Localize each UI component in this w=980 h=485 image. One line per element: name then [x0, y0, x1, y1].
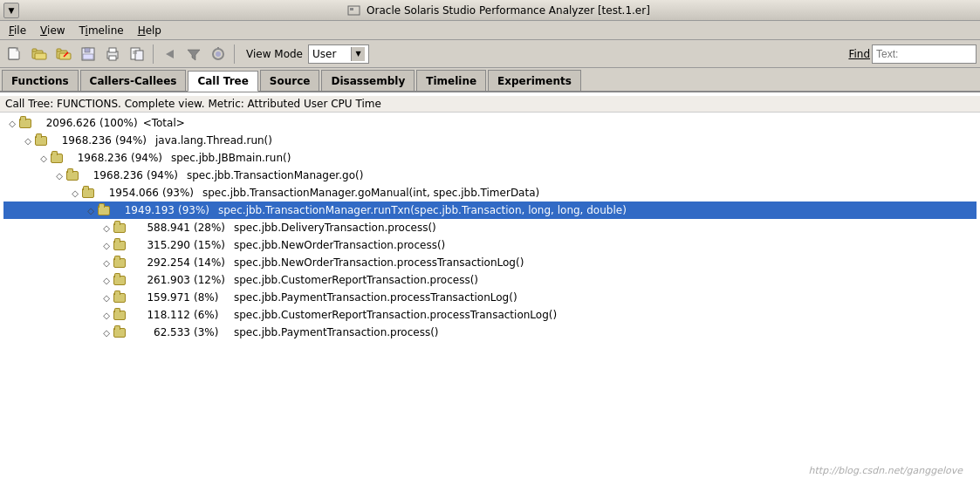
- tree-toggle-icon[interactable]: ◇: [70, 188, 80, 198]
- tree-value: 1949.193: [113, 204, 175, 216]
- menu-bar: File View Timeline Help: [0, 21, 980, 40]
- svg-rect-0: [348, 6, 360, 15]
- tree-pct: (94%): [115, 134, 150, 147]
- tree-func: spec.jbb.NewOrderTransaction.process(): [234, 239, 445, 251]
- folder-icon: [98, 206, 110, 215]
- tree-value: 1968.236: [51, 134, 112, 147]
- tree-row[interactable]: ◇588.941(28%)spec.jbb.DeliveryTransactio…: [3, 219, 977, 236]
- tree-row[interactable]: ◇261.903(12%)spec.jbb.CustomerReportTran…: [3, 271, 977, 289]
- tree-toggle-icon[interactable]: ◇: [7, 118, 17, 128]
- tree-container: ◇2096.626(100%)<Total>◇1968.236(94%)java…: [0, 113, 980, 343]
- tree-value: 118.112: [129, 309, 190, 321]
- tree-func: spec.jbb.PaymentTransaction.process(): [234, 326, 439, 338]
- tree-row[interactable]: ◇315.290(15%)spec.jbb.NewOrderTransactio…: [3, 236, 977, 254]
- svg-rect-13: [85, 48, 90, 52]
- toolbar-btn-snapshot[interactable]: [126, 43, 148, 65]
- tab-experiments[interactable]: Experiments: [488, 70, 581, 91]
- tree-toggle-icon[interactable]: ◇: [101, 327, 112, 338]
- tree-toggle-icon[interactable]: ◇: [54, 170, 65, 181]
- folder-icon: [35, 136, 47, 146]
- tree-func: java.lang.Thread.run(): [155, 134, 272, 147]
- window-menu-button[interactable]: ▼: [3, 3, 19, 18]
- tab-call-tree[interactable]: Call Tree: [188, 71, 257, 92]
- svg-rect-7: [35, 53, 46, 59]
- folder-icon: [113, 328, 126, 338]
- tree-value: 588.941: [129, 222, 190, 234]
- tree-toggle-icon[interactable]: ◇: [38, 153, 49, 163]
- view-mode-select[interactable]: User ▼: [308, 44, 369, 64]
- toolbar-btn-open1[interactable]: [28, 43, 51, 65]
- tree-toggle-icon[interactable]: ◇: [101, 257, 112, 268]
- tree-toggle-icon[interactable]: ◇: [101, 275, 112, 285]
- svg-marker-23: [188, 50, 200, 60]
- tab-disassembly[interactable]: Disassembly: [321, 70, 415, 91]
- tree-pct: (3%): [194, 326, 229, 338]
- svg-rect-17: [109, 56, 116, 60]
- tree-value: 2096.626: [35, 117, 96, 129]
- tree-pct: (93%): [162, 187, 197, 199]
- toolbar-btn-new[interactable]: [3, 43, 26, 65]
- tree-pct: (8%): [194, 291, 229, 304]
- tab-timeline[interactable]: Timeline: [416, 70, 486, 91]
- tree-value: 1968.236: [82, 169, 143, 181]
- tree-value: 1968.236: [66, 152, 127, 164]
- find-label: Find: [848, 48, 870, 60]
- tree-row[interactable]: ◇62.533(3%)spec.jbb.PaymentTransaction.p…: [3, 324, 977, 341]
- tree-value: 159.971: [129, 291, 190, 304]
- tab-functions[interactable]: Functions: [2, 70, 79, 91]
- tree-func: <Total>: [143, 117, 185, 129]
- tree-func: spec.jbb.CustomerReportTransaction.proce…: [234, 309, 557, 321]
- tree-toggle-icon[interactable]: ◇: [101, 240, 112, 250]
- tree-toggle-icon[interactable]: ◇: [101, 222, 112, 233]
- title-bar-text: Oracle Solaris Studio Performance Analyz…: [367, 4, 650, 17]
- tree-func: spec.jbb.TransactionManager.goManual(int…: [202, 187, 539, 199]
- title-bar: ▼ Oracle Solaris Studio Performance Anal…: [0, 0, 980, 21]
- tree-row[interactable]: ◇118.112(6%)spec.jbb.CustomerReportTrans…: [3, 306, 977, 324]
- toolbar-btn-open2[interactable]: [52, 43, 75, 65]
- find-input[interactable]: [872, 44, 977, 64]
- tree-func: spec.jbb.TransactionManager.go(): [187, 169, 363, 181]
- svg-rect-14: [83, 54, 93, 59]
- tree-toggle-icon[interactable]: ◇: [101, 292, 112, 303]
- toolbar-btn-filter[interactable]: [182, 43, 205, 65]
- view-mode-dropdown-arrow[interactable]: ▼: [351, 47, 365, 61]
- menu-file[interactable]: File: [3, 24, 31, 38]
- tree-toggle-icon[interactable]: ◇: [86, 205, 96, 215]
- folder-icon: [51, 154, 63, 163]
- tree-value: 315.290: [129, 239, 190, 251]
- tab-source[interactable]: Source: [260, 70, 320, 91]
- tree-row[interactable]: ◇1968.236(94%)java.lang.Thread.run(): [3, 132, 977, 149]
- folder-icon: [113, 258, 126, 268]
- tree-func: spec.jbb.PaymentTransaction.processTrans…: [234, 291, 517, 304]
- tree-pct: (15%): [194, 239, 229, 251]
- tree-func: spec.jbb.JBBmain.run(): [171, 152, 291, 164]
- tab-callers-callees[interactable]: Callers-Callees: [80, 70, 187, 91]
- tree-row[interactable]: ◇1968.236(94%)spec.jbb.JBBmain.run(): [3, 149, 977, 167]
- tree-value: 1954.066: [98, 187, 159, 199]
- toolbar-btn-refresh[interactable]: [207, 43, 230, 65]
- svg-rect-6: [32, 49, 37, 51]
- toolbar-btn-print[interactable]: [101, 43, 124, 65]
- tree-row[interactable]: ◇2096.626(100%)<Total>: [3, 114, 977, 132]
- toolbar-btn-back[interactable]: [158, 43, 181, 65]
- svg-rect-19: [135, 51, 143, 60]
- tree-row[interactable]: ◇1949.193(93%)spec.jbb.TransactionManage…: [3, 202, 977, 219]
- folder-icon: [113, 311, 126, 320]
- folder-icon: [66, 171, 79, 181]
- tree-row[interactable]: ◇1968.236(94%)spec.jbb.TransactionManage…: [3, 167, 977, 184]
- menu-timeline[interactable]: Timeline: [74, 24, 129, 38]
- folder-icon: [113, 293, 126, 303]
- main-container: ▼ Oracle Solaris Studio Performance Anal…: [0, 0, 980, 485]
- toolbar-btn-save[interactable]: [77, 43, 99, 65]
- tree-row[interactable]: ◇159.971(8%)spec.jbb.PaymentTransaction.…: [3, 289, 977, 306]
- menu-view[interactable]: View: [35, 24, 70, 38]
- tree-value: 292.254: [129, 256, 190, 269]
- tree-toggle-icon[interactable]: ◇: [23, 135, 33, 146]
- tree-row[interactable]: ◇292.254(14%)spec.jbb.NewOrderTransactio…: [3, 254, 977, 271]
- tree-toggle-icon[interactable]: ◇: [101, 310, 112, 320]
- tree-pct: (93%): [178, 204, 213, 216]
- tree-row[interactable]: ◇1954.066(93%)spec.jbb.TransactionManage…: [3, 184, 977, 202]
- tree-func: spec.jbb.TransactionManager.runTxn(spec.…: [218, 204, 627, 216]
- view-mode-label: View Mode: [246, 48, 303, 60]
- menu-help[interactable]: Help: [133, 24, 167, 38]
